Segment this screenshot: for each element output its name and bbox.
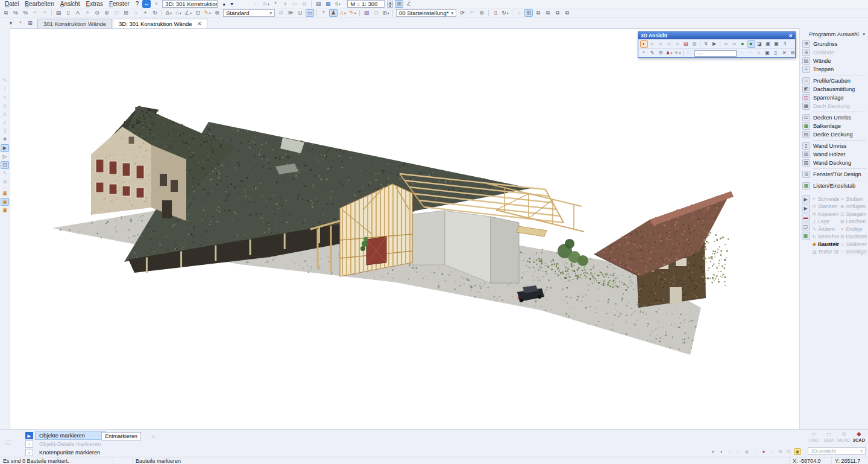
snapshot-icon[interactable]: ▯	[772, 49, 780, 57]
search-icon[interactable]: ◌	[515, 9, 523, 17]
marking-row-knotenpunkte-markieren[interactable]: ○Knotenpunkte markieren	[25, 448, 104, 457]
window-copy-icon[interactable]: ⧉	[789, 49, 797, 57]
measure-pen-icon[interactable]: ✎▾	[203, 9, 212, 17]
cut-half-icon[interactable]: %	[21, 9, 30, 17]
marking-row-objekte-markieren[interactable]: ▶Objekte markieren	[25, 431, 105, 440]
material-icon[interactable]: ▧	[362, 9, 371, 17]
sidebar-item-profile-gauben[interactable]: ⌂Profile/Gauben	[800, 77, 868, 85]
camera-config-icon[interactable]: ▣	[764, 49, 772, 57]
tab-301-konstruktion-wande[interactable]: 301 Konstruktion Wände	[37, 19, 112, 28]
menu-ansicht[interactable]: Ansicht	[57, 1, 83, 7]
rotate-view-icon[interactable]: ↻	[151, 9, 159, 17]
treppen-icon[interactable]: ≡	[802, 66, 810, 73]
sidebar-item-wand-deckung[interactable]: ▨Wand Deckung	[800, 159, 868, 167]
copy-pos3-icon[interactable]: ⧉	[553, 9, 562, 17]
sidebar-item-treppen[interactable]: ≡Treppen	[800, 65, 868, 74]
zoom-out-icon[interactable]: ⊖	[93, 9, 101, 17]
shadow-box-icon[interactable]: ◪	[756, 40, 764, 48]
display-window-icon[interactable]: ▢	[802, 223, 810, 230]
wire-box-hidden-icon[interactable]: ▱	[731, 40, 738, 48]
view-home-icon[interactable]: ⌂▾	[174, 9, 183, 17]
dachausmittlung-icon[interactable]: ◩	[802, 86, 810, 93]
program-select-header[interactable]: Programm Auswahl ▾	[800, 30, 868, 38]
sidebar-item-fenster-tur-design[interactable]: ⊞Fenster/Tür Design	[800, 170, 868, 179]
select-area-icon[interactable]: ⊡	[193, 9, 202, 17]
sun-position-icon[interactable]: ☀▾	[674, 49, 682, 57]
view-mode-select[interactable]: 3D-Ansicht ▾	[808, 447, 866, 455]
notes-icon[interactable]: ▤	[314, 0, 322, 8]
wand-umriss-icon[interactable]: ▯	[802, 142, 810, 150]
info-icon[interactable]: ▯	[491, 9, 500, 17]
menu-fenster[interactable]: Fenster	[106, 1, 133, 7]
copy-pos4-icon[interactable]: ⧉	[563, 9, 571, 17]
print-icon[interactable]: ▤	[54, 9, 63, 17]
viewport-3d[interactable]: 3D Ansicht ✕ ◐⌂⌂⌂⌂▤◎↯▶▱▱■■◪▣▣3 *✎⊞♟▾☀▾∷-…	[10, 28, 799, 429]
objekte-markieren-icon[interactable]: ▶	[25, 432, 33, 439]
view-filter-input[interactable]: ----	[694, 50, 737, 57]
zoom-page-icon[interactable]: ⊞	[122, 9, 130, 17]
view-selector-spinner[interactable]: ▲▼	[220, 2, 236, 6]
solid-box-icon[interactable]: ■	[739, 40, 747, 48]
pin-view-icon[interactable]: *	[16, 19, 25, 27]
menu-extras[interactable]: Extras	[83, 1, 106, 7]
knotenpunkte-markieren-icon[interactable]: ○	[25, 449, 33, 456]
polyline-icon[interactable]: ∠▾	[184, 9, 192, 17]
open-project-icon[interactable]: ⧉	[2, 9, 10, 17]
scale-combo[interactable]: M = 1: 300	[347, 0, 385, 8]
sidebar-item-balkenlage[interactable]: ▦Balkenlage	[800, 122, 868, 130]
house-section-icon[interactable]: ◎	[691, 40, 699, 48]
mark-search-icon[interactable]: ◌	[148, 432, 158, 440]
cut-quarter-icon[interactable]: %	[11, 9, 20, 17]
zoom-in-icon[interactable]: ⊕	[102, 9, 111, 17]
balkenlage-icon[interactable]: ▦	[802, 122, 810, 130]
roof-pie-icon[interactable]: ◐	[640, 40, 648, 48]
layer1-icon[interactable]: ▣	[1, 189, 9, 197]
marker-red2-icon[interactable]: ▪	[718, 448, 725, 455]
tab-close-icon[interactable]: ✕	[198, 21, 202, 27]
red-pin-icon[interactable]: *	[319, 9, 328, 17]
stereo-3d-icon[interactable]: 3	[781, 40, 789, 48]
3d-ansicht-titlebar[interactable]: 3D Ansicht ✕	[638, 32, 795, 39]
remote-support-icon[interactable]: ↔	[142, 0, 151, 8]
alert-pin-icon[interactable]: *	[271, 0, 280, 8]
spin-down-icon[interactable]: ▼	[387, 4, 393, 8]
delete-view-icon[interactable]: ✕	[781, 49, 788, 57]
box-edit-icon[interactable]: ⊞	[657, 49, 665, 57]
copy-pos2-icon[interactable]: ⧉	[544, 9, 552, 17]
walk-flash-icon[interactable]: ↯	[702, 40, 710, 48]
select-settings-icon[interactable]: ▶	[802, 195, 810, 203]
new-view-icon[interactable]: ▯	[64, 9, 72, 17]
select-doc-icon[interactable]: ▶	[802, 205, 810, 212]
profile-gauben-icon[interactable]: ⌂	[802, 77, 810, 84]
sidebar-item-listen-einzelstab[interactable]: ▦Listen/Einzelstab	[800, 182, 868, 190]
scale-spinner[interactable]: ▲▼	[387, 1, 393, 8]
split-view-icon[interactable]: ⊞	[26, 19, 34, 27]
decke-deckung-icon[interactable]: ▤	[802, 131, 810, 138]
copy-pos1-icon[interactable]: ⧉	[534, 9, 542, 17]
wand-deckung-icon[interactable]: ▨	[802, 159, 810, 167]
image-icon[interactable]: ▦	[324, 0, 332, 8]
selection-mode-icon[interactable]: ⊞	[395, 0, 403, 8]
select-region-icon[interactable]: ⊡	[1, 161, 9, 169]
sidebar-item-wand-holzer[interactable]: ▥Wand Hölzer	[800, 150, 868, 159]
layer2-icon[interactable]: ▣	[1, 198, 9, 206]
style-preset-combo[interactable]: Standard▾	[223, 9, 275, 17]
measure-icon[interactable]: #	[1, 136, 9, 144]
measure-angle-icon[interactable]: ∠	[404, 0, 413, 8]
unmark-button[interactable]: Entmarkieren	[101, 432, 141, 440]
house-red-icon[interactable]: ⌂▾	[339, 9, 347, 17]
house-red-front-icon[interactable]: ⌂	[649, 40, 656, 48]
grundriss-icon[interactable]: ⊞	[802, 40, 810, 48]
cursor-icon[interactable]: ▶	[711, 40, 719, 48]
sidebar-item-sparrenlage[interactable]: ◫Sparrenlage	[800, 94, 868, 102]
marker-pin-icon[interactable]: *	[640, 49, 648, 57]
window-new-icon[interactable]: ⊞▾	[382, 9, 390, 17]
gear-icon[interactable]: ⊛	[477, 9, 486, 17]
display-red-icon[interactable]: ▬	[802, 214, 810, 221]
menu-datei[interactable]: Datei	[2, 1, 22, 7]
select-multi-icon[interactable]: ▷	[1, 153, 9, 160]
camera-icon[interactable]: ▣	[764, 40, 772, 48]
sparrenlage-icon[interactable]: ◫	[802, 94, 810, 101]
mode-3cad[interactable]: ◆3CAD	[852, 431, 866, 443]
person-view-icon[interactable]: ♟▾	[665, 49, 673, 57]
